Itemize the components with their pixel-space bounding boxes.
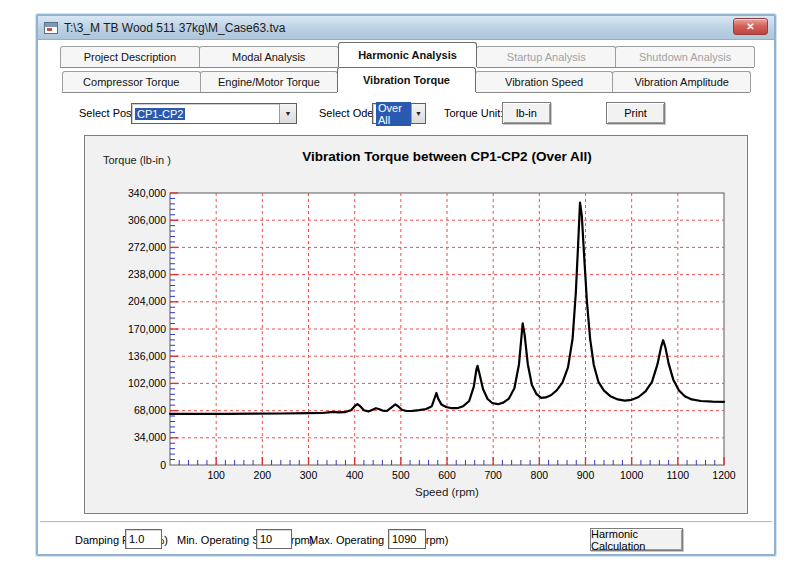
primary-tab-strip: Project Description Modal Analysis Harmo… xyxy=(60,43,754,68)
tab-harmonic-analysis[interactable]: Harmonic Analysis xyxy=(338,42,478,67)
svg-text:500: 500 xyxy=(392,469,410,481)
damping-ratio-input[interactable] xyxy=(125,529,162,549)
tab-modal-analysis[interactable]: Modal Analysis xyxy=(199,46,339,67)
chart-title: Vibration Torque between CP1-CP2 (Over A… xyxy=(170,149,724,164)
print-button[interactable]: Print xyxy=(606,102,665,124)
torque-unit-label: Torque Unit: xyxy=(444,107,503,119)
select-position-value: CP1-CP2 xyxy=(135,108,185,120)
torque-unit-button[interactable]: lb-in xyxy=(502,102,551,124)
min-speed-label: Min. Operating Speed (rpm) xyxy=(177,534,313,546)
y-axis-title: Torque (lb-in ) xyxy=(103,154,171,166)
harmonic-calculation-button[interactable]: Harmonic Calculation xyxy=(590,528,683,551)
svg-text:700: 700 xyxy=(484,469,502,481)
window-title: T:\3_M TB Wood 511 37kg\M_Case63.tva xyxy=(64,21,285,35)
min-speed-input[interactable] xyxy=(256,529,292,549)
svg-text:1000: 1000 xyxy=(620,469,644,481)
svg-text:238,000: 238,000 xyxy=(128,268,166,280)
app-window: T:\3_M TB Wood 511 37kg\M_Case63.tva ✕ P… xyxy=(36,14,776,556)
svg-text:300: 300 xyxy=(300,469,318,481)
svg-text:68,000: 68,000 xyxy=(134,404,166,416)
title-bar: T:\3_M TB Wood 511 37kg\M_Case63.tva ✕ xyxy=(38,16,774,40)
svg-text:1100: 1100 xyxy=(667,469,690,481)
svg-text:340,000: 340,000 xyxy=(128,187,166,199)
max-speed-label: Max. Operating Speed (rpm) xyxy=(309,534,448,546)
tab-vibration-amplitude[interactable]: Vibration Amplitude xyxy=(612,71,751,92)
select-order-value: Over All xyxy=(376,102,411,126)
tab-engine-motor-torque[interactable]: Engine/Motor Torque xyxy=(200,71,339,92)
tab-vibration-speed[interactable]: Vibration Speed xyxy=(475,71,614,92)
svg-text:136,000: 136,000 xyxy=(128,350,166,362)
select-order-combo[interactable]: Over All ▼ xyxy=(372,103,426,124)
svg-text:272,000: 272,000 xyxy=(128,241,166,253)
svg-text:100: 100 xyxy=(207,469,225,481)
tab-project-description[interactable]: Project Description xyxy=(60,46,200,67)
svg-text:800: 800 xyxy=(531,469,549,481)
svg-text:170,000: 170,000 xyxy=(128,323,166,335)
tab-shutdown-analysis[interactable]: Shutdown Analysis xyxy=(615,46,755,67)
chevron-down-icon[interactable]: ▼ xyxy=(411,104,425,123)
svg-text:204,000: 204,000 xyxy=(128,295,166,307)
svg-text:34,000: 34,000 xyxy=(134,431,166,443)
svg-text:0: 0 xyxy=(160,459,166,471)
chart-panel: 1002003004005006007008009001000110012000… xyxy=(84,135,748,514)
select-position-combo[interactable]: CP1-CP2 ▼ xyxy=(131,103,297,124)
tab-compressor-torque[interactable]: Compressor Torque xyxy=(62,71,201,92)
x-axis-title: Speed (rpm) xyxy=(170,486,724,498)
max-speed-input[interactable] xyxy=(388,529,426,549)
tab-vibration-torque[interactable]: Vibration Torque xyxy=(337,67,476,92)
select-order-label: Select Oder: xyxy=(319,107,380,119)
svg-text:1200: 1200 xyxy=(712,469,736,481)
chart-canvas: 1002003004005006007008009001000110012000… xyxy=(85,136,747,513)
tab-startup-analysis[interactable]: Startup Analysis xyxy=(476,46,616,67)
svg-text:102,000: 102,000 xyxy=(128,377,166,389)
svg-text:900: 900 xyxy=(577,469,595,481)
svg-text:306,000: 306,000 xyxy=(128,214,166,226)
svg-text:400: 400 xyxy=(346,469,364,481)
chevron-down-icon[interactable]: ▼ xyxy=(279,104,296,123)
bottom-separator xyxy=(40,521,772,523)
close-button[interactable]: ✕ xyxy=(733,18,768,35)
secondary-tab-strip: Compressor Torque Engine/Motor Torque Vi… xyxy=(62,68,750,93)
app-icon xyxy=(44,22,58,34)
svg-text:600: 600 xyxy=(438,469,456,481)
svg-text:200: 200 xyxy=(254,469,272,481)
